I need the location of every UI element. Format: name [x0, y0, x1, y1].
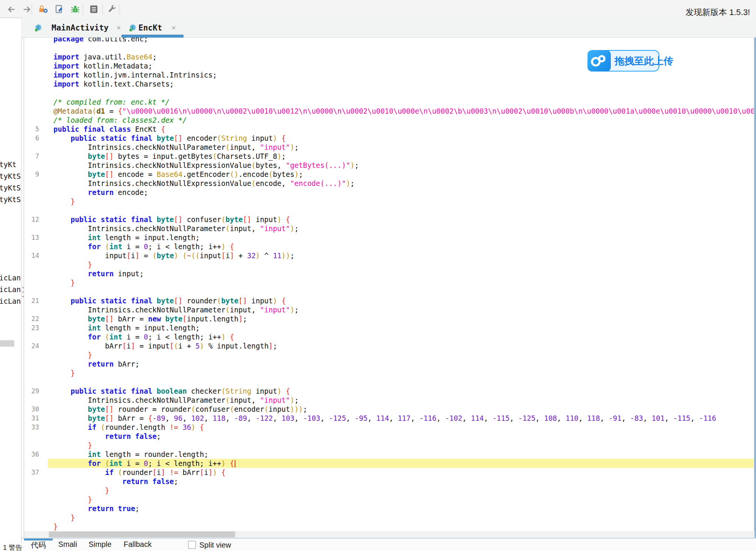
drag-upload-widget[interactable]: 拖拽至此上传 — [587, 50, 659, 72]
line-number: 30 — [24, 405, 39, 414]
code-text: import kotlin.jvm.internal.Intrinsics; — [48, 70, 754, 79]
code-text — [48, 206, 754, 215]
tab-label[interactable]: MainActivity — [52, 23, 109, 33]
code-text: } — [48, 513, 754, 522]
code-text — [48, 287, 754, 296]
forward-icon[interactable] — [22, 5, 32, 14]
line-number: 9 — [24, 170, 39, 179]
code-line: import kotlin.jvm.internal.Intrinsics; — [24, 70, 754, 79]
code-text: byte[] bytes = input.getBytes(Charsets.U… — [48, 152, 754, 161]
tree-scrollbar-thumb[interactable] — [0, 340, 14, 347]
horizontal-scrollbar-track[interactable] — [24, 531, 754, 538]
code-text: } — [48, 368, 754, 377]
code-line: for (int i = 0; i < length; i++) { — [24, 242, 754, 251]
line-number: 24 — [24, 341, 39, 350]
settings-wrench-icon[interactable] — [107, 5, 117, 14]
view-tab-fallback[interactable]: Fallback — [117, 539, 158, 551]
decompiler-window: 发现新版本 1.5.3! C MainActivity × C — [0, 0, 756, 551]
upload-label: 拖拽至此上传 — [615, 55, 673, 67]
close-icon[interactable]: × — [171, 24, 176, 32]
code-text: byte[] encode = Base64.getEncoder().enco… — [48, 170, 754, 179]
code-line: } — [24, 495, 754, 504]
view-tab-simple[interactable]: Simple — [83, 539, 117, 551]
back-icon[interactable] — [6, 5, 16, 14]
code-text: int length = rounder.length; — [48, 450, 754, 459]
code-text: public final class EncKt { — [48, 125, 754, 134]
horizontal-scrollbar-thumb[interactable] — [49, 531, 235, 537]
close-icon[interactable]: × — [116, 24, 121, 32]
tree-item[interactable]: tyKtS — [0, 183, 21, 192]
toolbar-separator — [32, 4, 32, 15]
deobfuscation-lock-gear-icon[interactable] — [39, 5, 49, 14]
code-line-highlighted: for (int i = 0; i < length; i++) { — [24, 459, 754, 468]
log-document-icon[interactable] — [89, 5, 99, 14]
code-line: } — [24, 278, 754, 287]
code-line: 36 int length = rounder.length; — [24, 450, 754, 459]
code-line — [24, 88, 754, 97]
update-notice[interactable]: 发现新版本 1.5.3! — [686, 7, 750, 18]
code-text: return false; — [48, 432, 754, 441]
tab-mainactivity[interactable]: C MainActivity × — [30, 19, 122, 37]
code-area[interactable]: package com.utils.enc;import java.util.B… — [24, 37, 754, 531]
code-line: } — [24, 441, 754, 450]
split-view-checkbox[interactable] — [188, 541, 196, 549]
vertical-scrollbar[interactable] — [754, 37, 756, 538]
code-text: } — [48, 495, 754, 504]
code-text: Intrinsics.checkNotNullExpressionValue(b… — [48, 161, 754, 170]
view-mode-bar: 代码 Smali Simple Fallback Split view — [21, 539, 756, 551]
line-number: 21 — [24, 296, 39, 305]
line-number: 12 — [24, 215, 39, 224]
splitter-handle-dot[interactable] — [22, 291, 24, 293]
tree-item[interactable]: icLan — [0, 273, 21, 282]
view-tab-smali[interactable]: Smali — [53, 539, 83, 551]
toolbar-separator — [83, 4, 83, 15]
tree-panel-sliver[interactable]: tyKt tyKtS tyKtS tyKtS icLan icLan icLan — [0, 18, 21, 543]
line-number: 33 — [24, 423, 39, 432]
splitter-handle-dot[interactable] — [22, 287, 24, 288]
code-line: return false; — [24, 477, 754, 486]
tree-item[interactable]: tyKtS — [0, 195, 21, 204]
tab-label[interactable]: EncKt — [138, 23, 162, 33]
code-line: package com.utils.enc; — [24, 37, 754, 43]
code-editor[interactable]: package com.utils.enc;import java.util.B… — [24, 37, 754, 531]
tree-item[interactable]: icLan — [0, 285, 21, 294]
line-number: 23 — [24, 323, 39, 332]
code-text: } — [48, 350, 754, 359]
code-line: import kotlin.text.Charsets; — [24, 79, 754, 88]
warnings-status[interactable]: 1 警告 — [3, 543, 22, 551]
line-number: 22 — [24, 314, 39, 323]
code-line: 31 byte[] bArr = {-89, 96, 102, 118, -89… — [24, 414, 754, 423]
code-text: for (int i = 0; i < length; i++) { — [48, 242, 754, 251]
code-line: 22 byte[] bArr = new byte[input.length]; — [24, 314, 754, 323]
code-text: package com.utils.enc; — [48, 37, 754, 43]
code-line: 37 if (rounder[i] != bArr[i]) { — [24, 468, 754, 477]
tree-item[interactable]: tyKt — [0, 160, 17, 169]
code-line: } — [24, 350, 754, 359]
tree-item[interactable]: icLan — [0, 297, 21, 306]
tree-item[interactable]: tyKtS — [0, 172, 21, 181]
debug-bug-icon[interactable] — [70, 5, 80, 14]
code-line: 30 byte[] rounder = rounder(confuser(enc… — [24, 405, 754, 414]
panel-splitter[interactable] — [24, 19, 24, 538]
code-line: 13 int length = input.length; — [24, 233, 754, 242]
code-text: } — [48, 197, 754, 206]
code-line: 23 int length = input.length; — [24, 323, 754, 332]
code-text: /* compiled from: enc.kt */ — [48, 97, 754, 107]
line-number: 13 — [24, 233, 39, 242]
splitter-handle-dot[interactable] — [22, 296, 24, 297]
code-text — [48, 88, 754, 97]
code-text: return bArr; — [48, 359, 754, 368]
code-line: return encode; — [24, 188, 754, 197]
code-text: byte[] bArr = new byte[input.length]; — [48, 314, 754, 323]
code-text: int length = input.length; — [48, 323, 754, 332]
code-text: if (rounder[i] != bArr[i]) { — [48, 468, 754, 477]
code-line: 5public final class EncKt { — [24, 125, 754, 134]
code-text: return false; — [48, 477, 754, 486]
line-number: 29 — [24, 387, 39, 396]
view-tab-code[interactable]: 代码 — [24, 539, 53, 551]
edit-document-pencil-icon[interactable] — [55, 5, 64, 14]
code-line: return false; — [24, 432, 754, 441]
code-line: } — [24, 197, 754, 206]
class-icon: C — [35, 24, 42, 33]
code-text: public static final byte[] confuser(byte… — [48, 215, 754, 224]
